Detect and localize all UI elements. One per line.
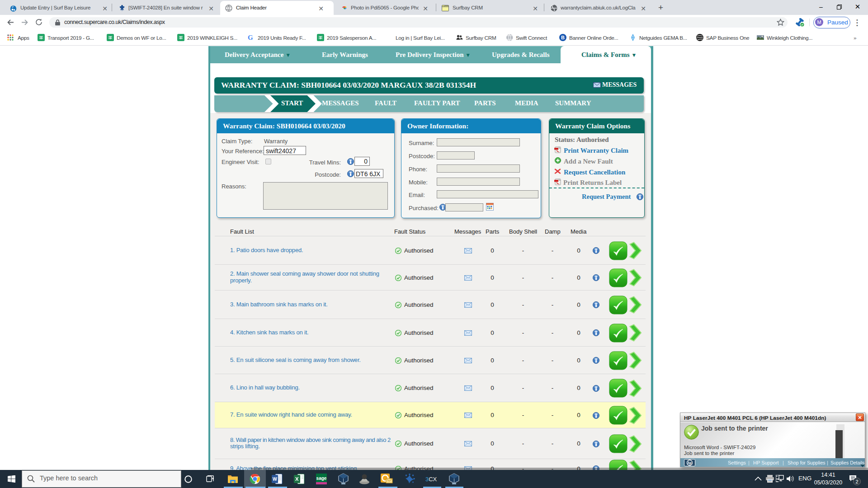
svg-text:sage: sage <box>316 476 327 481</box>
svg-text:B: B <box>561 35 565 40</box>
svg-text:hp: hp <box>688 461 691 465</box>
